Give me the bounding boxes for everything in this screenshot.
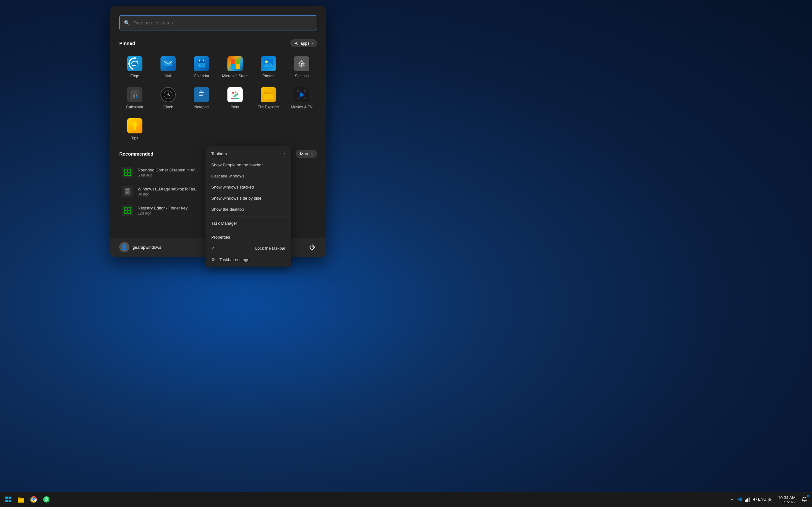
- movies-icon: [294, 87, 309, 102]
- edge-label: Edge: [131, 74, 139, 78]
- notepad-icon: [194, 87, 209, 102]
- svg-point-28: [167, 94, 169, 95]
- clock-time: 10:34 AM: [778, 495, 796, 500]
- photos-icon: [261, 56, 276, 71]
- ctx-taskbar-settings[interactable]: ⚙ Taskbar settings: [206, 254, 291, 265]
- search-bar[interactable]: 🔍: [119, 15, 317, 31]
- app-tips[interactable]: Tips: [119, 115, 150, 144]
- recommended-title: Recommended: [119, 151, 154, 157]
- taskbar-file-explorer[interactable]: [15, 494, 27, 505]
- more-button[interactable]: More ›: [296, 150, 317, 158]
- power-button[interactable]: ⏻: [307, 242, 317, 252]
- network-tray-icon[interactable]: [744, 496, 750, 503]
- svg-rect-8: [231, 59, 235, 64]
- pinned-title: Pinned: [119, 41, 135, 46]
- ctx-people[interactable]: Show People on the taskbar: [206, 159, 291, 170]
- svg-point-69: [45, 498, 47, 500]
- onedrive-tray-icon[interactable]: [736, 496, 743, 503]
- svg-rect-71: [746, 499, 747, 502]
- app-notepad[interactable]: Notepad: [186, 84, 217, 112]
- clock-date: 1/1/2022: [778, 500, 796, 504]
- app-paint[interactable]: Paint: [219, 84, 250, 112]
- svg-rect-40: [234, 98, 236, 99]
- taskbar-chrome[interactable]: [28, 494, 39, 505]
- svg-rect-6: [203, 60, 204, 61]
- svg-rect-4: [198, 60, 205, 63]
- svg-point-23: [134, 96, 136, 98]
- svg-rect-57: [125, 189, 130, 190]
- svg-rect-46: [304, 90, 306, 92]
- start-button[interactable]: [3, 494, 14, 505]
- tips-label: Tips: [131, 136, 138, 140]
- notification-button[interactable]: [799, 494, 809, 504]
- taskbar-right: ENG 10:34 AM 1/1/2022: [727, 494, 809, 504]
- rec-icon-3: [122, 205, 133, 216]
- user-profile[interactable]: 👤 gearupwindows: [119, 242, 161, 252]
- hidden-icons-button[interactable]: [728, 496, 735, 503]
- svg-point-22: [133, 96, 134, 98]
- taskbar-whatsapp[interactable]: [41, 494, 52, 505]
- svg-point-1: [132, 60, 138, 67]
- svg-rect-61: [128, 207, 131, 210]
- svg-rect-48: [304, 98, 306, 99]
- clock-display[interactable]: 10:34 AM 1/1/2022: [776, 495, 798, 504]
- svg-rect-50: [134, 127, 136, 130]
- clock-label: Clock: [163, 105, 173, 109]
- svg-rect-53: [128, 169, 131, 172]
- windows-logo: [5, 497, 11, 502]
- svg-rect-45: [297, 90, 299, 92]
- settings-label: Settings: [295, 74, 309, 78]
- app-photos[interactable]: Photos: [253, 53, 284, 81]
- svg-rect-39: [231, 98, 234, 99]
- ctx-cascade[interactable]: Cascade windows: [206, 170, 291, 181]
- search-input[interactable]: [134, 20, 312, 25]
- ctx-properties[interactable]: Properties: [206, 232, 291, 243]
- volume-tray-icon[interactable]: [751, 496, 758, 503]
- svg-marker-74: [753, 498, 755, 501]
- svg-rect-11: [236, 64, 240, 69]
- svg-rect-62: [124, 211, 127, 214]
- ctx-lock-taskbar[interactable]: ✓ Lock the taskbar: [206, 243, 291, 254]
- app-calculator[interactable]: Calculator: [119, 84, 150, 112]
- app-store[interactable]: Microsoft Store: [219, 53, 250, 81]
- ctx-toolbars[interactable]: Toolbars ›: [206, 148, 291, 159]
- svg-point-67: [32, 498, 35, 501]
- store-icon: [227, 56, 243, 71]
- explorer-label: File Explorer: [258, 105, 279, 109]
- ctx-show-desktop[interactable]: Show the desktop: [206, 204, 291, 215]
- app-movies[interactable]: Movies & TV: [287, 84, 317, 112]
- svg-rect-47: [297, 98, 299, 99]
- ctx-stacked[interactable]: Show windows stacked: [206, 181, 291, 193]
- svg-rect-32: [199, 95, 203, 96]
- ctx-side[interactable]: Show windows side by side: [206, 193, 291, 204]
- all-apps-button[interactable]: All apps ›: [290, 39, 317, 47]
- explorer-icon: [261, 87, 276, 102]
- svg-text:1: 1: [199, 64, 200, 67]
- app-edge[interactable]: Edge: [119, 53, 150, 81]
- app-settings[interactable]: Settings: [287, 53, 317, 81]
- app-mail[interactable]: Mail: [153, 53, 183, 81]
- svg-rect-41: [236, 98, 239, 99]
- app-calendar[interactable]: 1 Calendar: [186, 53, 217, 81]
- calendar-label: Calendar: [194, 74, 209, 78]
- svg-rect-52: [124, 169, 127, 172]
- svg-point-49: [132, 122, 137, 127]
- svg-rect-60: [124, 207, 127, 210]
- action-center-icon[interactable]: [767, 496, 773, 503]
- mail-icon: [160, 56, 176, 71]
- ctx-task-manager[interactable]: Task Manager: [206, 218, 291, 229]
- svg-rect-63: [128, 211, 131, 214]
- svg-rect-55: [128, 173, 131, 176]
- svg-point-0: [131, 61, 139, 67]
- app-explorer[interactable]: File Explorer: [253, 84, 284, 112]
- search-icon: 🔍: [124, 20, 131, 26]
- arrow-icon: ›: [284, 152, 286, 156]
- ctx-separator-1: [206, 216, 291, 216]
- gear-icon: ⚙: [211, 257, 216, 262]
- ime-tray-icon[interactable]: ENG: [759, 496, 765, 503]
- svg-point-35: [232, 92, 234, 94]
- svg-rect-5: [199, 60, 200, 61]
- svg-rect-56: [125, 188, 131, 194]
- svg-rect-33: [200, 90, 202, 92]
- app-clock[interactable]: Clock: [153, 84, 183, 112]
